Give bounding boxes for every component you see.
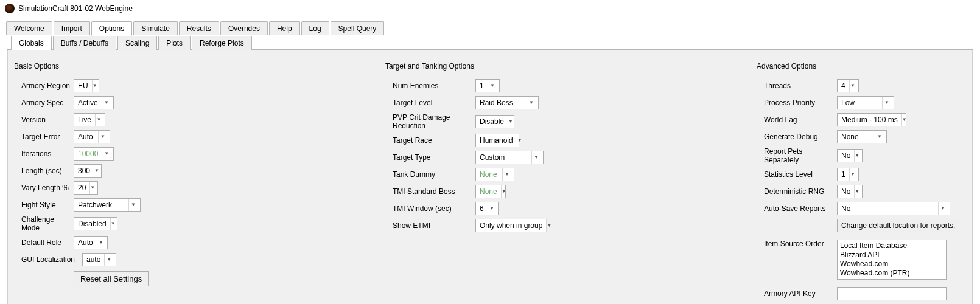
challenge-mode-select[interactable]: Disabled▼: [74, 217, 117, 230]
chevron-down-icon: ▼: [95, 114, 102, 126]
target-type-label: Target Type: [393, 153, 475, 162]
show-etmi-label: Show ETMI: [393, 221, 475, 230]
statistics-level-select[interactable]: 1▼: [837, 168, 859, 181]
deterministic-rng-select[interactable]: No▼: [837, 185, 863, 198]
change-report-location-button[interactable]: Change default location for reports.: [837, 219, 959, 232]
process-priority-select[interactable]: Low▼: [837, 96, 894, 109]
default-role-label: Default Role: [21, 238, 74, 247]
item-source-entry[interactable]: Blizzard API: [840, 250, 943, 260]
vary-length-select[interactable]: 20▼: [74, 181, 98, 195]
armory-api-key-input[interactable]: [837, 287, 947, 300]
main-tab-options[interactable]: Options: [91, 21, 132, 36]
auto-save-label: Auto-Save Reports: [764, 204, 837, 213]
armory-spec-select[interactable]: Active▼: [74, 96, 114, 109]
item-source-entry[interactable]: Wowhead.com: [840, 260, 943, 269]
gui-localization-select[interactable]: auto▼: [82, 253, 116, 266]
auto-save-select[interactable]: No▼: [837, 202, 950, 215]
default-role-select[interactable]: Auto▼: [74, 236, 108, 249]
chevron-down-icon: ▼: [527, 97, 536, 109]
main-tab-import[interactable]: Import: [54, 21, 90, 35]
item-source-listbox[interactable]: Local Item DatabaseBlizzard APIWowhead.c…: [837, 240, 947, 280]
pvp-crit-select[interactable]: Disable▼: [475, 115, 514, 128]
sub-tab-plots[interactable]: Plots: [158, 36, 191, 50]
armory-spec-label: Armory Spec: [21, 98, 74, 107]
report-pets-label: Report Pets Separately: [764, 147, 837, 164]
chevron-down-icon: ▼: [92, 80, 97, 92]
item-source-label: Item Source Order: [764, 240, 837, 248]
main-tab-spell-query[interactable]: Spell Query: [331, 21, 385, 35]
report-pets-select[interactable]: No▼: [837, 149, 863, 162]
world-lag-select[interactable]: Medium - 100 ms▼: [837, 113, 906, 126]
window-title: SimulationCraft 801-02 WebEngine: [18, 4, 133, 13]
chevron-down-icon: ▼: [854, 150, 859, 162]
basic-options-section: Basic Options Armory Region EU▼ Armory S…: [14, 62, 379, 304]
main-tab-log[interactable]: Log: [301, 21, 329, 35]
chevron-down-icon: ▼: [501, 185, 506, 198]
show-etmi-select[interactable]: Only when in group▼: [475, 219, 547, 232]
chevron-down-icon: ▼: [89, 182, 95, 194]
chevron-down-icon: ▼: [508, 116, 513, 128]
fight-style-label: Fight Style: [21, 201, 74, 209]
advanced-options-header: Advanced Options: [757, 62, 966, 71]
threads-select[interactable]: 4▼: [837, 79, 859, 92]
armory-region-select[interactable]: EU▼: [74, 79, 99, 92]
deterministic-rng-label: Deterministic RNG: [764, 187, 837, 196]
main-tab-simulate[interactable]: Simulate: [133, 21, 178, 35]
tank-dummy-label: Tank Dummy: [393, 170, 475, 179]
target-race-select[interactable]: Humanoid▼: [475, 134, 519, 147]
reset-all-settings-button[interactable]: Reset all Settings: [74, 271, 149, 286]
sub-tab-globals[interactable]: Globals: [11, 36, 52, 50]
tmi-boss-label: TMI Standard Boss: [393, 187, 475, 196]
num-enemies-select[interactable]: 1▼: [475, 79, 500, 92]
iterations-label: Iterations: [21, 150, 74, 158]
tmi-window-label: TMI Window (sec): [393, 204, 475, 213]
target-level-label: Target Level: [393, 98, 475, 107]
target-level-select[interactable]: Raid Boss▼: [475, 96, 539, 109]
version-select[interactable]: Live▼: [74, 113, 105, 126]
tank-dummy-select[interactable]: None▼: [475, 168, 514, 181]
item-source-entry[interactable]: Local Item Database: [840, 241, 943, 250]
challenge-mode-label: Challenge Mode: [21, 215, 74, 232]
chevron-down-icon: ▼: [854, 185, 859, 198]
statistics-level-label: Statistics Level: [764, 170, 837, 179]
basic-options-header: Basic Options: [14, 62, 379, 71]
main-region: WelcomeImportOptionsSimulateResultsOverr…: [5, 21, 975, 304]
target-race-label: Target Race: [393, 136, 475, 145]
sub-tab-scaling[interactable]: Scaling: [117, 36, 157, 50]
generate-debug-select[interactable]: None▼: [837, 130, 887, 143]
main-tab-overrides[interactable]: Overrides: [220, 21, 268, 35]
target-type-select[interactable]: Custom▼: [475, 151, 544, 164]
item-source-entry[interactable]: Wowhead.com (PTR): [840, 269, 943, 278]
version-label: Version: [21, 116, 74, 124]
chevron-down-icon: ▼: [901, 114, 907, 126]
sub-tab-reforge-plots[interactable]: Reforge Plots: [192, 36, 252, 50]
chevron-down-icon: ▼: [102, 97, 111, 109]
tmi-window-select[interactable]: 6▼: [475, 202, 499, 215]
tmi-boss-select[interactable]: None▼: [475, 185, 506, 198]
target-error-select[interactable]: Auto▼: [74, 130, 110, 143]
length-select[interactable]: 300▼: [74, 164, 102, 178]
main-tab-help[interactable]: Help: [269, 21, 300, 35]
main-tab-welcome[interactable]: Welcome: [6, 21, 52, 35]
num-enemies-label: Num Enemies: [393, 81, 475, 90]
chevron-down-icon: ▼: [110, 218, 116, 230]
chevron-down-icon: ▼: [531, 151, 541, 164]
generate-debug-label: Generate Debug: [764, 133, 837, 141]
target-options-section: Target and Tanking Options Num Enemies 1…: [385, 62, 751, 304]
chevron-down-icon: ▼: [517, 134, 522, 147]
chevron-down-icon: ▼: [938, 202, 947, 215]
target-error-label: Target Error: [21, 133, 74, 141]
chevron-down-icon: ▼: [98, 131, 107, 143]
pvp-crit-label: PVP Crit Damage Reduction: [393, 113, 475, 130]
vary-length-label: Vary Length %: [21, 184, 74, 192]
chevron-down-icon: ▼: [849, 168, 856, 181]
iterations-select[interactable]: 10000▼: [74, 147, 114, 161]
main-tab-results[interactable]: Results: [179, 21, 219, 35]
threads-label: Threads: [764, 81, 837, 90]
chevron-down-icon: ▼: [104, 254, 113, 266]
titlebar: SimulationCraft 801-02 WebEngine: [0, 0, 980, 17]
fight-style-select[interactable]: Patchwerk▼: [74, 198, 141, 212]
globals-panel: Basic Options Armory Region EU▼ Armory S…: [7, 50, 973, 304]
sub-tab-buffs-debuffs[interactable]: Buffs / Debuffs: [53, 36, 116, 50]
chevron-down-icon: ▼: [849, 80, 856, 92]
